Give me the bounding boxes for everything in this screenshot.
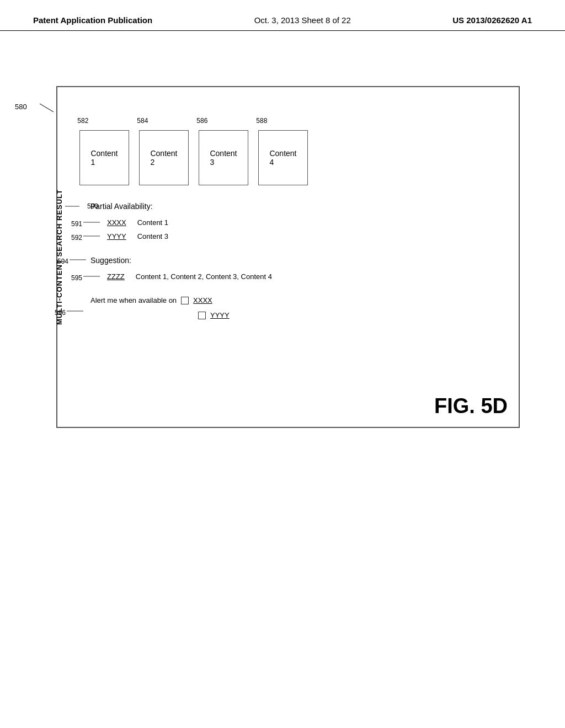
alert-row-yyyy: YYYY xyxy=(198,311,502,319)
label-582: 582 xyxy=(75,117,88,125)
partial-availability-title: Partial Availability: xyxy=(90,202,502,211)
content-box-3: Content3 xyxy=(199,130,248,185)
content-box-1-wrapper: 582 Content1 xyxy=(79,130,129,185)
page-header: Patent Application Publication Oct. 3, 2… xyxy=(0,0,565,31)
alert-section: 596 Alert me when available on XXXX YYYY xyxy=(90,296,502,319)
suggestion-content: Content 1, Content 2, Content 3, Content… xyxy=(136,272,272,281)
checkbox-yyyy[interactable] xyxy=(198,312,206,319)
suggestion-item-zzzz: 595 ZZZZ Content 1, Content 2, Content 3… xyxy=(107,272,502,281)
content-box-4-wrapper: 588 Content4 xyxy=(258,130,308,185)
content-box-3-wrapper: 586 Content3 xyxy=(199,130,248,185)
fig-label: FIG. 5D xyxy=(434,394,508,418)
avail-content-3: Content 3 xyxy=(137,232,168,240)
label-584: 584 xyxy=(135,117,148,125)
avail-tag-xxxx: XXXX xyxy=(107,218,126,227)
label-591: 591 xyxy=(71,218,103,228)
content-box-2-wrapper: 584 Content2 xyxy=(139,130,189,185)
label-590: 590 xyxy=(63,202,98,211)
partial-availability-section: 590 Partial Availability: 591 XXXX Conte… xyxy=(90,202,502,240)
content-boxes-row: 582 Content1 584 Content2 xyxy=(79,115,502,185)
checkbox-xxxx[interactable] xyxy=(181,297,189,304)
alert-prefix: Alert me when available on xyxy=(90,296,177,304)
header-right: US 2013/0262620 A1 xyxy=(452,15,532,25)
arrow-580 xyxy=(23,98,56,115)
label-588: 588 xyxy=(254,117,267,125)
label-596: 596 xyxy=(55,307,86,317)
avail-content-1: Content 1 xyxy=(137,218,168,227)
suggestion-tag-zzzz: ZZZZ xyxy=(107,272,125,281)
label-594: 594 xyxy=(57,256,89,265)
suggestion-title: Suggestion: xyxy=(90,256,502,265)
content-box-1: Content1 xyxy=(79,130,129,185)
svg-line-0 xyxy=(40,104,54,112)
page-content: 580 MULTI-CONTENT SEARCH RESULT 582 xyxy=(0,31,565,450)
diagram-wrapper: 580 MULTI-CONTENT SEARCH RESULT 582 xyxy=(45,86,520,428)
header-center: Oct. 3, 2013 Sheet 8 of 22 xyxy=(254,15,351,25)
suggestion-section: 594 Suggestion: 595 ZZZZ xyxy=(90,256,502,281)
content-box-2: Content2 xyxy=(139,130,189,185)
label-586: 586 xyxy=(194,117,207,125)
alert-row-xxxx: Alert me when available on XXXX xyxy=(90,296,502,304)
label-592: 592 xyxy=(71,232,103,242)
avail-item-yyyy: 592 YYYY Content 3 xyxy=(107,232,502,240)
content-box-4: Content4 xyxy=(258,130,308,185)
avail-tag-yyyy: YYYY xyxy=(107,232,126,240)
header-left: Patent Application Publication xyxy=(33,15,152,25)
alert-tag-yyyy: YYYY xyxy=(210,311,230,319)
avail-item-xxxx: 591 XXXX Content 1 xyxy=(107,218,502,227)
label-595: 595 xyxy=(71,272,103,282)
info-panel: 590 Partial Availability: 591 XXXX Conte… xyxy=(90,202,502,319)
alert-tag-xxxx: XXXX xyxy=(193,296,212,304)
outer-box: MULTI-CONTENT SEARCH RESULT 582 Content1 xyxy=(56,86,520,428)
